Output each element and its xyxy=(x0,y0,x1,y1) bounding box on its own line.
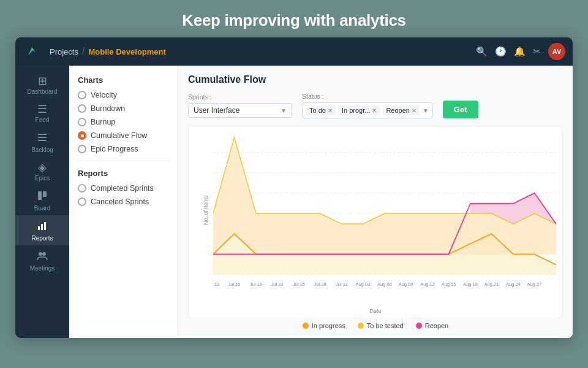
charts-section-title: Charts xyxy=(78,75,169,85)
sidebar-item-reports[interactable]: Reports xyxy=(15,215,69,245)
x-axis-label: Date xyxy=(369,308,381,314)
sidebar-item-dashboard[interactable]: ⊞ Dashboard xyxy=(15,71,69,99)
svg-text:Jul 22: Jul 22 xyxy=(271,282,284,287)
svg-text:Aug 09: Aug 09 xyxy=(399,282,413,287)
svg-text:Jul 16: Jul 16 xyxy=(228,282,241,287)
chart-label-velocity: Velocity xyxy=(91,91,117,99)
radio-cumulative-flow[interactable] xyxy=(78,131,86,140)
sprint-filter-group: Sprints : User Interface ▼ xyxy=(188,93,292,118)
svg-rect-5 xyxy=(38,226,40,230)
avatar[interactable]: AV xyxy=(548,43,565,60)
svg-text:Jul 31: Jul 31 xyxy=(336,282,348,287)
legend-dot-to-be-tested xyxy=(358,323,364,329)
epics-icon: ◈ xyxy=(38,162,47,173)
reports-icon xyxy=(37,220,48,233)
board-icon xyxy=(37,190,48,203)
sidebar: ⊞ Dashboard ☰ Feed Backlog ◈ Ep xyxy=(15,66,69,338)
sidebar-label-board: Board xyxy=(34,205,51,212)
chart-option-burnup[interactable]: Burnup xyxy=(78,118,169,126)
status-tag-todo[interactable]: To do ✕ xyxy=(306,105,336,115)
sidebar-label-feed: Feed xyxy=(36,117,50,123)
status-tag-reopen-label: Reopen xyxy=(386,107,410,114)
legend-dot-in-progress xyxy=(303,323,309,329)
chart-label-cumulative-flow: Cumulative Flow xyxy=(91,131,147,140)
legend-label-to-be-tested: To be tested xyxy=(367,322,404,329)
svg-text:Jul 25: Jul 25 xyxy=(293,282,305,287)
chart-option-velocity[interactable]: Velocity xyxy=(78,91,169,99)
sprint-dropdown-arrow: ▼ xyxy=(281,107,287,114)
svg-point-8 xyxy=(39,252,42,256)
sprint-select-value: User Interface xyxy=(194,106,277,115)
chart-label-burndown: Burndown xyxy=(91,104,125,113)
dashboard-icon: ⊞ xyxy=(38,75,47,86)
sidebar-label-epics: Epics xyxy=(35,175,50,182)
radio-velocity[interactable] xyxy=(78,91,86,99)
get-button[interactable]: Get xyxy=(443,101,478,118)
app-logo xyxy=(23,42,42,61)
status-label: Status : xyxy=(302,93,433,100)
radio-canceled-sprints[interactable] xyxy=(78,197,86,206)
status-filter[interactable]: To do ✕ In progr... ✕ Reopen ✕ ▼ xyxy=(302,102,433,118)
status-tag-inprogress[interactable]: In progr... ✕ xyxy=(339,105,380,115)
svg-rect-3 xyxy=(38,191,42,200)
status-tag-inprogress-remove[interactable]: ✕ xyxy=(372,107,377,114)
chart-option-epic-progress[interactable]: Epic Progress xyxy=(78,145,169,153)
chart-option-cumulative-flow[interactable]: Cumulative Flow xyxy=(78,131,169,140)
clock-icon[interactable]: 🕐 xyxy=(495,46,507,57)
report-option-completed[interactable]: Completed Sprints xyxy=(78,184,169,193)
status-tag-reopen-remove[interactable]: ✕ xyxy=(412,107,417,114)
bell-icon[interactable]: 🔔 xyxy=(514,46,526,57)
search-icon[interactable]: 🔍 xyxy=(476,46,488,57)
chart-legend: In progress To be tested Reopen xyxy=(188,322,563,329)
status-dropdown-arrow: ▼ xyxy=(423,107,429,114)
chart-option-burndown[interactable]: Burndown xyxy=(78,104,169,113)
svg-rect-1 xyxy=(38,137,47,138)
radio-epic-progress[interactable] xyxy=(78,145,86,153)
main-content: ⊞ Dashboard ☰ Feed Backlog ◈ Ep xyxy=(15,66,573,338)
page-title: Keep improving with analytics xyxy=(0,0,588,37)
radio-burndown[interactable] xyxy=(78,104,86,113)
report-option-canceled[interactable]: Canceled Sprints xyxy=(78,197,169,206)
svg-text:Jul 13: Jul 13 xyxy=(213,282,219,287)
sidebar-item-epics[interactable]: ◈ Epics xyxy=(15,157,69,185)
filters-row: Sprints : User Interface ▼ Status : To d… xyxy=(188,93,563,118)
nav-separator: / xyxy=(82,46,85,57)
svg-rect-0 xyxy=(38,134,47,135)
settings-icon[interactable]: ✂ xyxy=(533,46,541,57)
svg-text:Aug 15: Aug 15 xyxy=(442,282,456,287)
svg-rect-2 xyxy=(38,140,47,141)
legend-dot-reopen xyxy=(416,323,422,329)
svg-text:Aug 21: Aug 21 xyxy=(484,282,499,287)
radio-completed-sprints[interactable] xyxy=(78,184,86,193)
svg-text:Aug 27: Aug 27 xyxy=(527,282,542,287)
svg-text:Jul 28: Jul 28 xyxy=(314,282,326,287)
sidebar-item-board[interactable]: Board xyxy=(15,185,69,215)
chart-svg: 0 5 10 15 20 25 30 35 xyxy=(213,132,556,299)
svg-text:Aug 12: Aug 12 xyxy=(420,282,435,287)
nav-icons: 🔍 🕐 🔔 ✂ AV xyxy=(476,43,565,60)
status-filter-group: Status : To do ✕ In progr... ✕ Reopen ✕ xyxy=(302,93,433,118)
legend-in-progress: In progress xyxy=(303,322,345,329)
sidebar-item-meetings[interactable]: Meetings xyxy=(15,245,69,275)
nav-current-project[interactable]: Mobile Development xyxy=(88,47,165,56)
feed-icon: ☰ xyxy=(37,104,47,115)
sidebar-label-dashboard: Dashboard xyxy=(28,88,58,95)
sidebar-item-backlog[interactable]: Backlog xyxy=(15,127,69,157)
sidebar-label-meetings: Meetings xyxy=(30,265,55,272)
sidebar-item-feed[interactable]: ☰ Feed xyxy=(15,99,69,127)
sidebar-label-reports: Reports xyxy=(31,235,53,242)
top-nav: Projects / Mobile Development 🔍 🕐 🔔 ✂ AV xyxy=(15,37,573,66)
sidebar-label-backlog: Backlog xyxy=(31,147,53,153)
sprint-select[interactable]: User Interface ▼ xyxy=(188,103,292,118)
chart-panel: Cumulative Flow Sprints : User Interface… xyxy=(178,66,573,338)
svg-text:Aug 24: Aug 24 xyxy=(506,282,521,287)
chart-area: No. of Items 0 5 10 15 20 25 xyxy=(188,126,563,318)
reports-section-title: Reports xyxy=(78,169,169,178)
svg-text:Aug 18: Aug 18 xyxy=(463,282,478,287)
meetings-icon xyxy=(37,250,48,263)
legend-label-reopen: Reopen xyxy=(425,322,449,329)
radio-burnup[interactable] xyxy=(78,118,86,126)
status-tag-reopen[interactable]: Reopen ✕ xyxy=(383,105,420,115)
nav-projects-label[interactable]: Projects xyxy=(50,47,78,56)
status-tag-todo-remove[interactable]: ✕ xyxy=(328,107,333,114)
